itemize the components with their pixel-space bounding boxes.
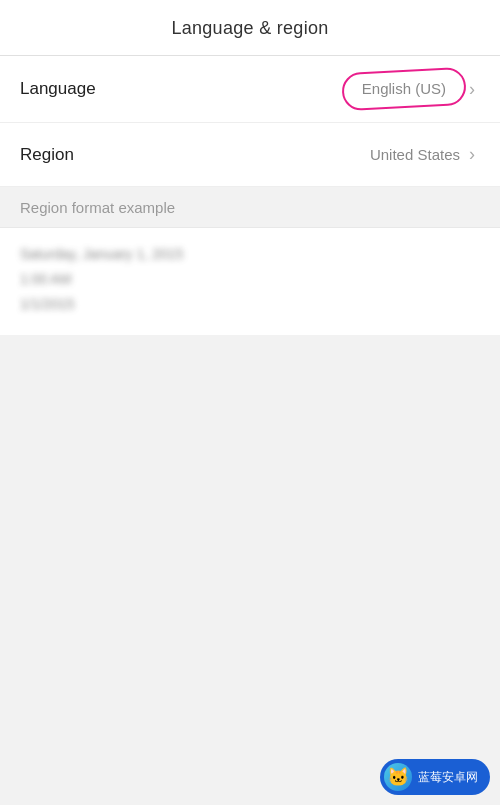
format-example-box: Saturday, January 1, 2015 1:00 AM 1/1/20… [0,227,500,335]
language-label: Language [20,79,96,99]
language-row[interactable]: Language English (US) › [0,56,500,123]
region-row[interactable]: Region United States › [0,123,500,187]
format-line-1: Saturday, January 1, 2015 [20,244,480,265]
page-title: Language & region [171,18,328,38]
region-value: United States [370,146,460,163]
language-value-wrapper: English (US) › [348,74,480,104]
region-format-label: Region format example [20,199,175,216]
settings-list: Language English (US) › Region United St… [0,56,500,187]
region-format-section: Region format example [0,187,500,227]
format-example-content: Saturday, January 1, 2015 1:00 AM 1/1/20… [20,244,480,315]
watermark-text: 蓝莓安卓网 [418,769,478,786]
region-chevron-icon: › [464,147,480,163]
watermark-icon: 🐱 [384,763,412,791]
page-header: Language & region [0,0,500,56]
region-label: Region [20,145,74,165]
language-value: English (US) [362,80,446,97]
format-line-2: 1:00 AM [20,269,480,290]
format-line-3: 1/1/2015 [20,294,480,315]
language-highlight: English (US) [348,74,460,104]
watermark: 🐱 蓝莓安卓网 [380,759,490,795]
region-value-wrapper: United States › [370,146,480,163]
language-chevron-icon: › [464,81,480,97]
